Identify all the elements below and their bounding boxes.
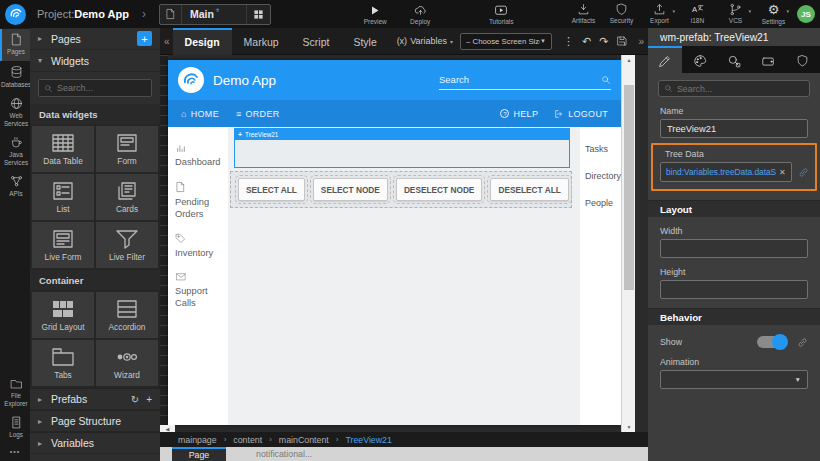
tab-search-properties[interactable] xyxy=(717,46,751,73)
canvas-vertical-scrollbar[interactable]: ▲ ▼ xyxy=(621,55,635,432)
page-selector[interactable]: Main * xyxy=(159,4,271,25)
prefabs-section-header[interactable]: ▸ Prefabs ↻ + xyxy=(30,388,160,410)
caret-down-icon: ▾ xyxy=(450,38,453,45)
rail-item-databases[interactable]: Databases xyxy=(0,61,30,94)
scroll-down-arrow[interactable]: ▼ xyxy=(622,422,636,432)
clear-binding-icon[interactable]: ✕ xyxy=(779,168,786,177)
export-button[interactable]: Export ▾ xyxy=(643,3,676,25)
security-button[interactable]: Security xyxy=(605,3,638,25)
nav-help[interactable]: ? HELP xyxy=(500,109,538,119)
save-icon[interactable] xyxy=(616,35,628,47)
widget-tile-wizard[interactable]: Wizard xyxy=(96,340,158,386)
rail-item-logs[interactable]: Logs xyxy=(0,412,30,444)
redo-icon[interactable]: ↷ xyxy=(599,35,608,48)
scroll-up-arrow[interactable]: ▲ xyxy=(622,55,636,65)
select-node-button[interactable]: SELECT NODE xyxy=(313,178,388,201)
widget-tile-live-form[interactable]: Live Form xyxy=(32,222,94,268)
animation-select[interactable]: ▼ xyxy=(660,370,808,389)
sidenav-pending-orders[interactable]: Pending Orders xyxy=(175,181,221,220)
list-item-directory[interactable]: Directory xyxy=(585,171,621,181)
collapse-left-panel-button[interactable]: « xyxy=(164,36,170,47)
property-search-input[interactable] xyxy=(677,84,804,94)
page-tab[interactable]: Page xyxy=(172,447,226,461)
breadcrumb-treeview21[interactable]: TreeView21 xyxy=(345,435,391,445)
widget-tile-grid-layout[interactable]: Grid Layout xyxy=(32,292,94,338)
undo-icon[interactable]: ↶ xyxy=(582,35,591,48)
widget-tile-form[interactable]: Form xyxy=(96,126,158,172)
tab-device[interactable] xyxy=(751,46,785,73)
widget-tile-tabs[interactable]: Tabs xyxy=(32,340,94,386)
tab-style[interactable]: Style xyxy=(341,28,388,55)
sidenav-inventory[interactable]: Inventory xyxy=(175,233,221,259)
list-item-people[interactable]: People xyxy=(585,198,621,208)
canvas-search-input[interactable] xyxy=(439,74,601,85)
rail-item-file-explorer[interactable]: File Explorer xyxy=(0,374,30,412)
behavior-section-header[interactable]: Behavior xyxy=(648,308,820,325)
refresh-icon[interactable]: ↻ xyxy=(131,394,139,405)
select-all-button[interactable]: SELECT ALL xyxy=(238,178,305,201)
bind-link-icon[interactable] xyxy=(798,167,809,178)
property-inspector: wm-prefab: TreeView21 Name Tr xyxy=(648,28,820,461)
rail-more-icon[interactable]: ••• xyxy=(0,444,30,461)
width-input[interactable] xyxy=(660,239,808,258)
page-grid-icon[interactable] xyxy=(246,5,270,24)
rail-item-pages[interactable]: Pages xyxy=(0,29,30,61)
tutorials-button[interactable]: Tutorials xyxy=(485,4,518,25)
height-input[interactable] xyxy=(660,280,808,299)
expand-right-panel-button[interactable]: » xyxy=(638,36,644,47)
treeview-widget-header[interactable]: + TreeView21 xyxy=(235,129,569,140)
show-toggle[interactable] xyxy=(757,336,786,348)
artifacts-button[interactable]: Artifacts xyxy=(567,3,600,25)
pages-section-header[interactable]: ▸ Pages + xyxy=(30,28,160,50)
widget-tile-list[interactable]: List xyxy=(32,174,94,220)
rail-item-java-services[interactable]: Java Services xyxy=(0,132,30,171)
nav-home[interactable]: ⌂ HOME xyxy=(181,109,219,119)
preview-button[interactable]: Preview xyxy=(359,4,392,25)
widget-tile-accordion[interactable]: Accordion xyxy=(96,292,158,338)
deploy-button[interactable]: Deploy xyxy=(404,4,437,25)
scrollbar-thumb[interactable] xyxy=(624,85,634,290)
tab-styles[interactable] xyxy=(682,46,716,73)
add-prefab-icon[interactable]: + xyxy=(146,394,152,405)
breadcrumb-mainpage[interactable]: mainpage xyxy=(178,435,217,445)
vcs-button[interactable]: VCS ▾ xyxy=(719,3,752,25)
tab-design[interactable]: Design xyxy=(173,28,232,55)
nav-order[interactable]: ≡ ORDER xyxy=(236,109,280,119)
widget-tile-data-table[interactable]: Data Table xyxy=(32,126,94,172)
widget-tile-cards[interactable]: Cards xyxy=(96,174,158,220)
tab-security[interactable] xyxy=(786,46,820,73)
name-input[interactable] xyxy=(660,119,808,138)
screen-size-select[interactable]: – Choose Screen Size – ▼ xyxy=(460,33,552,50)
treeview-widget-body[interactable] xyxy=(235,140,569,167)
user-avatar[interactable]: JS xyxy=(797,5,815,23)
widget-search-input[interactable] xyxy=(57,83,146,93)
breadcrumb-maincontent[interactable]: mainContent xyxy=(279,435,329,445)
variables-dropdown[interactable]: (x) Variables ▾ xyxy=(397,36,453,46)
page-structure-section-header[interactable]: ▸ Page Structure xyxy=(30,410,160,432)
nav-logout[interactable]: LOGOUT xyxy=(554,109,608,119)
design-canvas: Demo App ⌂ HOME ≡ ORDER ? xyxy=(168,60,621,425)
tab-script[interactable]: Script xyxy=(291,28,342,55)
add-page-button[interactable]: + xyxy=(137,31,152,46)
tab-markup[interactable]: Markup xyxy=(232,28,291,55)
deselect-all-button[interactable]: DESELECT ALL xyxy=(490,178,568,201)
tree-data-input[interactable] xyxy=(666,167,776,177)
layout-section-header[interactable]: Layout xyxy=(648,200,820,217)
rail-item-apis[interactable]: APIs xyxy=(0,171,30,203)
breadcrumb-content[interactable]: content xyxy=(233,435,262,445)
rail-item-web-services[interactable]: Web Services xyxy=(0,93,30,132)
settings-button[interactable]: ⚙ Settings ▾ xyxy=(757,3,790,25)
tree-data-field: ✕ xyxy=(660,162,792,182)
list-item-tasks[interactable]: Tasks xyxy=(585,144,621,154)
sidenav-dashboard[interactable]: Dashboard xyxy=(175,142,221,168)
kebab-menu-icon[interactable]: ⋮ xyxy=(563,35,574,48)
widget-tile-live-filter[interactable]: Live Filter xyxy=(96,222,158,268)
sidenav-support-calls[interactable]: Support Calls xyxy=(175,272,221,309)
deselect-node-button[interactable]: DESELECT NODE xyxy=(396,178,483,201)
tab-properties[interactable] xyxy=(648,46,682,73)
variables-section-header[interactable]: ▸ Variables xyxy=(30,432,160,454)
widgets-section-header[interactable]: ▾ Widgets xyxy=(30,50,160,72)
show-link-icon[interactable] xyxy=(797,337,808,348)
i18n-button[interactable]: A i18N xyxy=(681,3,714,25)
treeview-widget[interactable]: + TreeView21 xyxy=(234,128,570,168)
